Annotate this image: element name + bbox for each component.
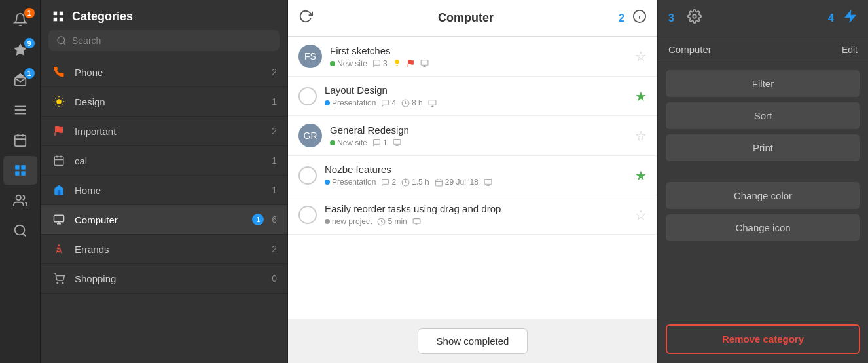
refresh-icon[interactable] [298,9,313,27]
sidebar-item-errands[interactable]: Errands 2 [41,235,287,264]
filter-button[interactable]: Filter [666,70,860,97]
remove-category-button[interactable]: Remove category [666,324,860,354]
home-label: Home [75,185,264,196]
categories-nav[interactable] [3,156,37,185]
task-title: First sketches [330,45,627,56]
time-meta: 1.5 h [401,178,429,187]
sidebar-item-home[interactable]: Home 1 [41,176,287,205]
svg-rect-31 [54,157,63,166]
projects-nav[interactable] [3,96,37,124]
monitor-icon [393,138,401,147]
starred-badge: 9 [24,38,35,48]
edit-button[interactable]: Edit [842,45,858,55]
show-completed-bar: Show completed [288,319,657,363]
main-title: Computer [321,11,611,25]
svg-rect-45 [396,65,398,66]
svg-line-20 [63,43,65,45]
task-meta: new project 5 min [325,217,627,226]
errands-label: Errands [75,244,264,255]
calendar-nav[interactable] [3,126,37,155]
task-meta: Presentation 4 8 h [325,98,627,107]
task-checkbox[interactable] [298,87,317,105]
sidebar-item-cal[interactable]: cal 1 [41,146,287,176]
people-nav[interactable] [3,186,37,215]
svg-point-12 [16,195,20,200]
sidebar-item-phone[interactable]: Phone 2 [41,58,287,87]
svg-rect-62 [484,179,492,184]
svg-marker-16 [60,12,63,16]
task-item[interactable]: Layout Design Presentation 4 8 h [288,77,657,116]
task-item[interactable]: Nozbe features Presentation 2 1.5 h [288,156,657,195]
right-panel: 3 4 Computer Edit Filter Sort Print Chan… [657,0,868,363]
task-item[interactable]: Easily reorder tasks using drag and drop… [288,195,657,235]
search-nav[interactable] [3,216,37,245]
sidebar-item-important[interactable]: Important 2 [41,117,287,146]
home-count: 1 [272,185,277,195]
sidebar: Categories Phone 2 Design 1 Important [41,0,288,363]
right-panel-title-row: Computer Edit [658,37,868,62]
comment-num: 1 [383,138,388,147]
comments-count: 1 [372,138,388,147]
task-star[interactable]: ★ [635,88,647,104]
main-content: Computer 2 FS First sketches New site 3 [288,0,657,363]
notifications-nav[interactable]: 1 [3,5,37,34]
lightning-icon[interactable] [843,9,858,28]
show-completed-button[interactable]: Show completed [418,328,528,354]
shopping-label: Shopping [75,273,264,284]
phone-count: 2 [272,67,277,77]
tab-4[interactable]: 4 [828,12,834,24]
svg-point-44 [395,60,399,64]
change-color-button[interactable]: Change color [666,182,860,209]
task-meta: New site 1 [330,138,627,147]
sidebar-item-design[interactable]: Design 1 [41,87,287,117]
task-project: New site [330,138,367,147]
project-name: Presentation [332,178,376,187]
svg-marker-10 [15,172,19,176]
task-body: Nozbe features Presentation 2 1.5 h [325,164,627,187]
task-list: FS First sketches New site 3 [288,37,657,319]
sidebar-item-shopping[interactable]: Shopping 0 [41,264,287,294]
cal-label: cal [75,155,264,166]
important-count: 2 [272,126,277,136]
sort-button[interactable]: Sort [666,102,860,129]
tab-3[interactable]: 3 [668,12,674,24]
gear-icon[interactable] [687,9,702,28]
svg-rect-54 [393,140,401,145]
svg-marker-17 [54,18,58,22]
search-bar[interactable] [48,30,280,51]
phone-label: Phone [75,67,264,78]
task-star[interactable]: ☆ [635,48,647,64]
print-button[interactable]: Print [666,134,860,161]
info-icon[interactable] [632,9,647,27]
task-star[interactable]: ★ [635,168,647,183]
svg-rect-58 [435,180,442,186]
search-input[interactable] [72,35,272,46]
task-avatar: FS [298,45,322,68]
task-star[interactable]: ☆ [635,207,647,223]
design-label: Design [75,96,264,107]
inbox-nav[interactable]: 1 [3,66,37,94]
project-dot [325,100,330,105]
right-panel-tabs: 3 [668,9,702,28]
time-value: 8 h [412,98,423,107]
date-value: 29 Jul '18 [445,178,479,187]
svg-point-21 [56,99,62,104]
computer-count: 6 [272,214,277,225]
svg-point-69 [693,14,696,18]
project-dot [330,140,335,145]
sidebar-item-computer[interactable]: Computer 1 6 [41,205,287,235]
task-checkbox[interactable] [298,166,317,185]
date-meta: 29 Jul '18 [435,178,479,187]
notifications-badge: 1 [24,8,35,18]
svg-marker-15 [54,12,58,16]
shopping-icon [51,271,67,286]
svg-rect-51 [429,100,436,105]
change-icon-button[interactable]: Change icon [666,214,860,241]
task-checkbox[interactable] [298,206,317,224]
svg-point-19 [58,37,65,44]
icon-bar: 1 9 1 [0,0,41,363]
starred-nav[interactable]: 9 [3,35,37,64]
task-item[interactable]: GR General Redesign New site 1 [288,116,657,156]
task-star[interactable]: ☆ [635,128,647,143]
task-item[interactable]: FS First sketches New site 3 [288,37,657,77]
